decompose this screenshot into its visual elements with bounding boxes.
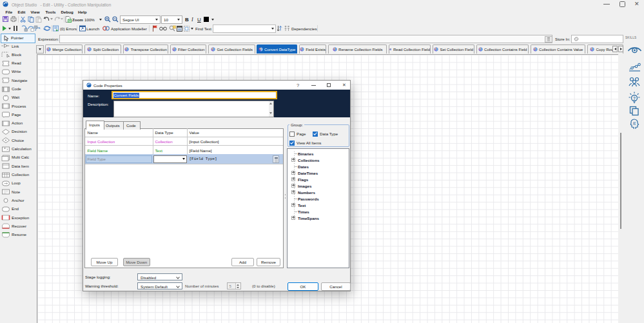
svg-text:?: ? bbox=[633, 96, 636, 101]
svg-text:((: (( bbox=[633, 121, 636, 125]
